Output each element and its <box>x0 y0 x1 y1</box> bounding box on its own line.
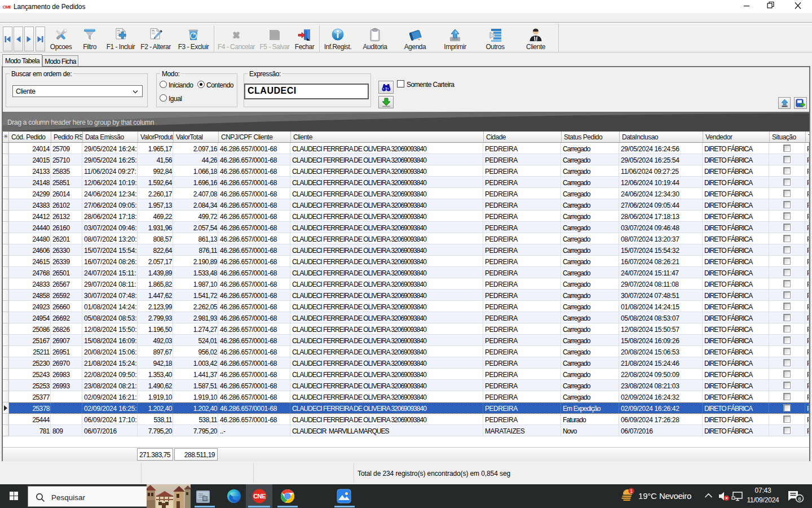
svg-text:1: 1 <box>630 488 633 494</box>
svg-text:8: 8 <box>798 496 801 502</box>
svg-text:CNE: CNE <box>253 493 266 500</box>
svg-text:CME: CME <box>3 5 11 10</box>
